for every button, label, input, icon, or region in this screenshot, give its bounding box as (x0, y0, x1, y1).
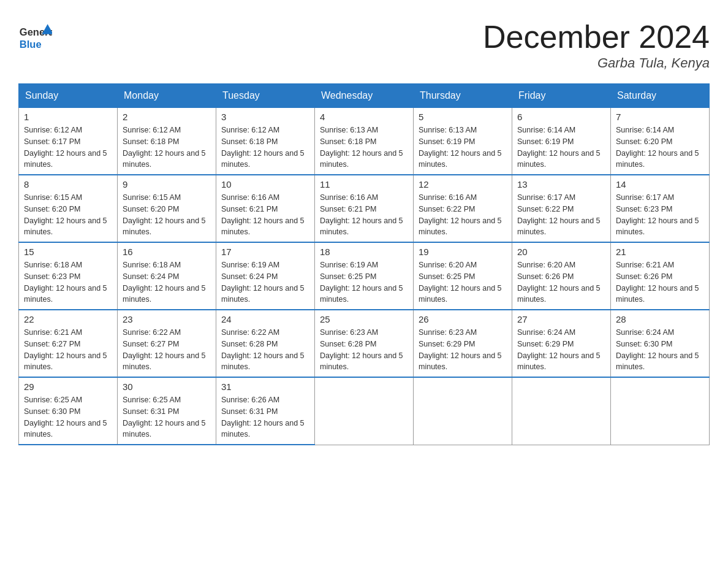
calendar-cell: 28Sunrise: 6:24 AMSunset: 6:30 PMDayligh… (611, 310, 710, 377)
day-number: 2 (123, 112, 211, 122)
calendar-cell: 6Sunrise: 6:14 AMSunset: 6:19 PMDaylight… (512, 108, 611, 175)
day-number: 30 (123, 381, 211, 392)
day-number: 16 (123, 247, 211, 257)
calendar-cell: 27Sunrise: 6:24 AMSunset: 6:29 PMDayligh… (512, 310, 611, 377)
calendar-cell: 1Sunrise: 6:12 AMSunset: 6:17 PMDaylight… (19, 108, 118, 175)
weekday-header-cell: Saturday (611, 84, 710, 108)
day-number: 31 (221, 381, 309, 392)
day-info: Sunrise: 6:12 AMSunset: 6:18 PMDaylight:… (221, 124, 309, 170)
weekday-header-cell: Sunday (19, 84, 118, 108)
weekday-header-cell: Thursday (414, 84, 512, 108)
calendar-cell: 12Sunrise: 6:16 AMSunset: 6:22 PMDayligh… (414, 175, 512, 242)
day-info: Sunrise: 6:24 AMSunset: 6:30 PMDaylight:… (616, 327, 704, 373)
day-info: Sunrise: 6:18 AMSunset: 6:23 PMDaylight:… (24, 259, 112, 305)
calendar-cell: 26Sunrise: 6:23 AMSunset: 6:29 PMDayligh… (414, 310, 512, 377)
calendar-cell: 13Sunrise: 6:17 AMSunset: 6:22 PMDayligh… (512, 175, 611, 242)
page-header: General Blue December 2024 Garba Tula, K… (18, 18, 710, 71)
day-info: Sunrise: 6:23 AMSunset: 6:29 PMDaylight:… (419, 327, 507, 373)
calendar-cell (315, 377, 414, 445)
day-number: 28 (616, 314, 704, 324)
day-number: 29 (24, 381, 112, 392)
svg-text:Blue: Blue (20, 39, 42, 50)
weekday-header-cell: Monday (118, 84, 216, 108)
day-number: 3 (221, 112, 309, 122)
calendar-cell: 18Sunrise: 6:19 AMSunset: 6:25 PMDayligh… (315, 242, 414, 310)
day-number: 1 (24, 112, 112, 122)
weekday-header-cell: Friday (512, 84, 611, 108)
day-number: 21 (616, 247, 704, 257)
calendar-body: 1Sunrise: 6:12 AMSunset: 6:17 PMDaylight… (19, 108, 710, 445)
calendar-cell: 7Sunrise: 6:14 AMSunset: 6:20 PMDaylight… (611, 108, 710, 175)
day-info: Sunrise: 6:15 AMSunset: 6:20 PMDaylight:… (123, 192, 211, 238)
calendar-cell: 25Sunrise: 6:23 AMSunset: 6:28 PMDayligh… (315, 310, 414, 377)
calendar-cell (611, 377, 710, 445)
calendar-cell: 23Sunrise: 6:22 AMSunset: 6:27 PMDayligh… (118, 310, 216, 377)
day-number: 23 (123, 314, 211, 324)
calendar-week-row: 15Sunrise: 6:18 AMSunset: 6:23 PMDayligh… (19, 242, 710, 310)
day-number: 26 (419, 314, 507, 324)
calendar-week-row: 22Sunrise: 6:21 AMSunset: 6:27 PMDayligh… (19, 310, 710, 377)
day-info: Sunrise: 6:12 AMSunset: 6:18 PMDaylight:… (123, 124, 211, 170)
day-number: 7 (616, 112, 704, 122)
day-number: 25 (320, 314, 408, 324)
day-number: 9 (123, 179, 211, 190)
logo-icon: General Blue (18, 18, 52, 52)
calendar-cell: 24Sunrise: 6:22 AMSunset: 6:28 PMDayligh… (216, 310, 315, 377)
calendar-cell: 14Sunrise: 6:17 AMSunset: 6:23 PMDayligh… (611, 175, 710, 242)
calendar-cell: 8Sunrise: 6:15 AMSunset: 6:20 PMDaylight… (19, 175, 118, 242)
day-number: 11 (320, 179, 408, 190)
day-info: Sunrise: 6:17 AMSunset: 6:23 PMDaylight:… (616, 192, 704, 238)
day-info: Sunrise: 6:20 AMSunset: 6:26 PMDaylight:… (517, 259, 605, 305)
day-number: 5 (419, 112, 507, 122)
calendar-cell: 20Sunrise: 6:20 AMSunset: 6:26 PMDayligh… (512, 242, 611, 310)
day-number: 15 (24, 247, 112, 257)
day-info: Sunrise: 6:25 AMSunset: 6:31 PMDaylight:… (123, 394, 211, 440)
day-info: Sunrise: 6:16 AMSunset: 6:21 PMDaylight:… (221, 192, 309, 238)
calendar-cell: 11Sunrise: 6:16 AMSunset: 6:21 PMDayligh… (315, 175, 414, 242)
day-number: 27 (517, 314, 605, 324)
calendar-cell (512, 377, 611, 445)
day-number: 6 (517, 112, 605, 122)
day-info: Sunrise: 6:23 AMSunset: 6:28 PMDaylight:… (320, 327, 408, 373)
day-number: 17 (221, 247, 309, 257)
weekday-header-cell: Tuesday (216, 84, 315, 108)
day-number: 14 (616, 179, 704, 190)
day-info: Sunrise: 6:19 AMSunset: 6:24 PMDaylight:… (221, 259, 309, 305)
calendar-cell: 21Sunrise: 6:21 AMSunset: 6:26 PMDayligh… (611, 242, 710, 310)
day-info: Sunrise: 6:21 AMSunset: 6:27 PMDaylight:… (24, 327, 112, 373)
day-info: Sunrise: 6:20 AMSunset: 6:25 PMDaylight:… (419, 259, 507, 305)
day-number: 13 (517, 179, 605, 190)
calendar-cell: 4Sunrise: 6:13 AMSunset: 6:18 PMDaylight… (315, 108, 414, 175)
day-number: 24 (221, 314, 309, 324)
day-info: Sunrise: 6:14 AMSunset: 6:19 PMDaylight:… (517, 124, 605, 170)
calendar-week-row: 1Sunrise: 6:12 AMSunset: 6:17 PMDaylight… (19, 108, 710, 175)
calendar-week-row: 29Sunrise: 6:25 AMSunset: 6:30 PMDayligh… (19, 377, 710, 445)
calendar-cell: 9Sunrise: 6:15 AMSunset: 6:20 PMDaylight… (118, 175, 216, 242)
calendar-cell: 2Sunrise: 6:12 AMSunset: 6:18 PMDaylight… (118, 108, 216, 175)
day-number: 12 (419, 179, 507, 190)
day-info: Sunrise: 6:15 AMSunset: 6:20 PMDaylight:… (24, 192, 112, 238)
calendar-cell (414, 377, 512, 445)
calendar-cell: 30Sunrise: 6:25 AMSunset: 6:31 PMDayligh… (118, 377, 216, 445)
day-info: Sunrise: 6:16 AMSunset: 6:21 PMDaylight:… (320, 192, 408, 238)
calendar-cell: 19Sunrise: 6:20 AMSunset: 6:25 PMDayligh… (414, 242, 512, 310)
day-number: 4 (320, 112, 408, 122)
day-info: Sunrise: 6:24 AMSunset: 6:29 PMDaylight:… (517, 327, 605, 373)
weekday-header-row: SundayMondayTuesdayWednesdayThursdayFrid… (19, 84, 710, 108)
day-number: 10 (221, 179, 309, 190)
day-info: Sunrise: 6:16 AMSunset: 6:22 PMDaylight:… (419, 192, 507, 238)
day-info: Sunrise: 6:22 AMSunset: 6:28 PMDaylight:… (221, 327, 309, 373)
day-number: 18 (320, 247, 408, 257)
day-info: Sunrise: 6:14 AMSunset: 6:20 PMDaylight:… (616, 124, 704, 170)
calendar-cell: 15Sunrise: 6:18 AMSunset: 6:23 PMDayligh… (19, 242, 118, 310)
day-info: Sunrise: 6:25 AMSunset: 6:30 PMDaylight:… (24, 394, 112, 440)
calendar-cell: 22Sunrise: 6:21 AMSunset: 6:27 PMDayligh… (19, 310, 118, 377)
day-info: Sunrise: 6:19 AMSunset: 6:25 PMDaylight:… (320, 259, 408, 305)
calendar-cell: 16Sunrise: 6:18 AMSunset: 6:24 PMDayligh… (118, 242, 216, 310)
calendar-cell: 17Sunrise: 6:19 AMSunset: 6:24 PMDayligh… (216, 242, 315, 310)
day-number: 22 (24, 314, 112, 324)
calendar-cell: 29Sunrise: 6:25 AMSunset: 6:30 PMDayligh… (19, 377, 118, 445)
weekday-header-cell: Wednesday (315, 84, 414, 108)
day-info: Sunrise: 6:13 AMSunset: 6:19 PMDaylight:… (419, 124, 507, 170)
calendar-table: SundayMondayTuesdayWednesdayThursdayFrid… (18, 83, 710, 445)
